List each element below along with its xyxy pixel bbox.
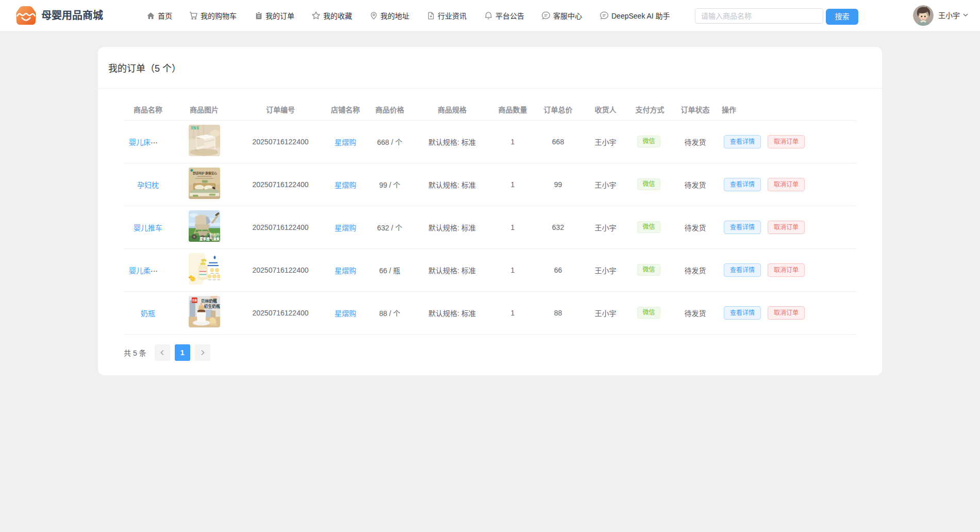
svg-text:夏季透气清爽: 夏季透气清爽: [200, 237, 220, 241]
svg-text:初生奶瓶: 初生奶瓶: [204, 303, 220, 308]
svg-text:舒适呵护 静躺安心: 舒适呵护 静躺安心: [192, 171, 217, 175]
svg-text:贝兔宝: 贝兔宝: [190, 126, 199, 130]
svg-text:轻出行: 轻出行: [209, 232, 220, 237]
svg-text:贝林奶瓶: 贝林奶瓶: [201, 298, 217, 303]
svg-text:贝亲: 贝亲: [192, 298, 197, 302]
